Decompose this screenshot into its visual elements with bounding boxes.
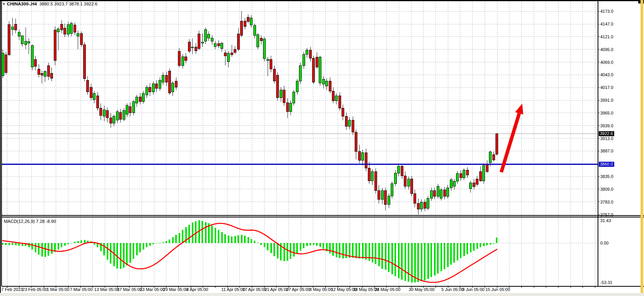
bear-candle[interactable] [443, 190, 446, 197]
bear-candle[interactable] [195, 47, 197, 51]
bear-candle[interactable] [217, 44, 220, 46]
bull-candle[interactable] [437, 186, 439, 197]
bear-candle[interactable] [316, 57, 318, 67]
bear-candle[interactable] [155, 84, 158, 89]
bull-candle[interactable] [253, 26, 256, 35]
bear-candle[interactable] [5, 55, 7, 72]
bull-candle[interactable] [398, 166, 400, 173]
bull-candle[interactable] [172, 83, 174, 92]
bull-candle[interactable] [420, 202, 423, 209]
bear-candle[interactable] [283, 90, 285, 103]
bear-candle[interactable] [244, 21, 246, 27]
bear-candle[interactable] [96, 96, 99, 108]
price-chart-canvas[interactable] [0, 0, 644, 296]
bull-candle[interactable] [221, 43, 223, 48]
bull-candle[interactable] [116, 111, 118, 120]
bull-candle[interactable] [430, 191, 432, 198]
bear-candle[interactable] [365, 152, 367, 168]
bear-candle[interactable] [120, 113, 122, 120]
bull-candle[interactable] [326, 81, 328, 86]
bull-candle[interactable] [289, 103, 292, 111]
bull-candle[interactable] [388, 196, 390, 204]
bear-candle[interactable] [309, 50, 311, 58]
bull-candle[interactable] [70, 24, 73, 33]
bull-candle[interactable] [214, 44, 217, 47]
bull-candle[interactable] [67, 24, 69, 34]
bull-candle[interactable] [263, 39, 266, 59]
bear-candle[interactable] [41, 74, 43, 75]
bull-candle[interactable] [306, 50, 308, 54]
bear-candle[interactable] [473, 183, 475, 186]
bull-candle[interactable] [201, 42, 203, 43]
bear-candle[interactable] [168, 71, 171, 93]
bear-candle[interactable] [277, 75, 279, 98]
bear-candle[interactable] [358, 152, 360, 161]
bear-candle[interactable] [149, 87, 151, 92]
bear-candle[interactable] [492, 154, 495, 160]
bear-candle[interactable] [411, 179, 413, 193]
bull-candle[interactable] [440, 190, 442, 198]
bear-candle[interactable] [87, 80, 89, 92]
bear-candle[interactable] [234, 50, 236, 53]
bear-candle[interactable] [198, 34, 200, 48]
bull-candle[interactable] [31, 46, 33, 67]
bear-candle[interactable] [374, 171, 377, 190]
bear-candle[interactable] [109, 118, 112, 123]
bull-candle[interactable] [21, 36, 24, 44]
bull-candle[interactable] [181, 57, 184, 66]
bull-candle[interactable] [456, 173, 459, 181]
bull-candle[interactable] [302, 54, 305, 65]
bull-candle[interactable] [362, 152, 364, 160]
bull-candle[interactable] [159, 80, 161, 88]
bear-candle[interactable] [417, 204, 419, 209]
bear-candle[interactable] [313, 58, 315, 82]
bull-candle[interactable] [483, 165, 485, 181]
bull-candle[interactable] [208, 34, 210, 38]
bear-candle[interactable] [106, 111, 109, 118]
bull-candle[interactable] [211, 38, 213, 41]
bull-candle[interactable] [113, 116, 115, 123]
bear-candle[interactable] [345, 116, 347, 126]
bear-candle[interactable] [384, 191, 387, 204]
bear-candle[interactable] [178, 51, 181, 66]
bear-candle[interactable] [188, 42, 190, 51]
bear-candle[interactable] [401, 166, 403, 176]
bull-candle[interactable] [293, 92, 295, 103]
bear-candle[interactable] [80, 33, 82, 44]
bull-candle[interactable] [299, 65, 302, 81]
bull-candle[interactable] [257, 35, 259, 47]
bear-candle[interactable] [460, 173, 462, 178]
bear-candle[interactable] [495, 133, 498, 154]
bear-candle[interactable] [139, 97, 141, 102]
bull-candle[interactable] [28, 42, 30, 43]
bear-candle[interactable] [90, 87, 92, 98]
bear-candle[interactable] [129, 107, 132, 113]
bull-candle[interactable] [11, 27, 14, 29]
bear-candle[interactable] [73, 25, 76, 33]
bear-candle[interactable] [84, 44, 86, 79]
bear-candle[interactable] [273, 69, 275, 81]
bull-candle[interactable] [381, 191, 383, 200]
bear-candle[interactable] [247, 17, 249, 21]
bull-candle[interactable] [145, 87, 148, 95]
bull-candle[interactable] [391, 184, 393, 196]
bear-candle[interactable] [332, 91, 334, 101]
bear-candle[interactable] [352, 120, 354, 132]
bear-candle[interactable] [38, 69, 40, 74]
bull-candle[interactable] [453, 181, 455, 186]
bull-candle[interactable] [162, 75, 164, 82]
bull-candle[interactable] [348, 120, 351, 126]
bull-candle[interactable] [132, 102, 135, 113]
support-level-price-tag[interactable]: 3860.0 [599, 162, 614, 167]
bull-candle[interactable] [319, 57, 321, 83]
chevron-down-icon[interactable]: ▼ [2, 2, 5, 6]
bear-candle[interactable] [476, 179, 478, 184]
bear-candle[interactable] [175, 81, 177, 87]
bear-candle[interactable] [424, 202, 426, 208]
bull-candle[interactable] [280, 90, 282, 98]
bull-candle[interactable] [227, 53, 230, 62]
bull-candle[interactable] [136, 97, 138, 103]
bear-candle[interactable] [378, 191, 380, 200]
bear-candle[interactable] [286, 103, 289, 111]
bull-candle[interactable] [57, 29, 60, 32]
